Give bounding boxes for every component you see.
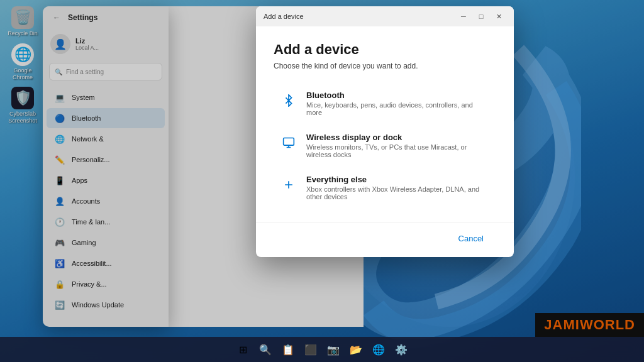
dialog-subtitle: Choose the kind of device you want to ad… (274, 62, 496, 70)
everything-else-option-title: Everything else (306, 175, 490, 184)
taskbar-start-button[interactable]: ⊞ (233, 339, 253, 359)
taskbar-edge-button[interactable]: 🌐 (369, 339, 389, 359)
wireless-display-option-desc: Wireless monitors, TVs, or PCs that use … (306, 143, 490, 158)
taskbar-taskview-button[interactable]: 📋 (278, 339, 298, 359)
bluetooth-option-title: Bluetooth (306, 90, 490, 100)
cancel-button[interactable]: Cancel (446, 230, 496, 247)
dialog-window-controls: ─ □ ✕ (456, 9, 506, 24)
svg-rect-1 (284, 138, 294, 146)
dialog-footer: Cancel (256, 222, 514, 257)
everything-else-option-icon (280, 176, 297, 194)
wireless-display-option-title: Wireless display or dock (306, 133, 490, 142)
bluetooth-option-content: Bluetooth Mice, keyboards, pens, audio d… (306, 90, 490, 116)
bluetooth-option-desc: Mice, keyboards, pens, audio devices, co… (306, 101, 490, 116)
taskbar-settings-button[interactable]: ⚙️ (391, 339, 411, 359)
dialog-heading: Add a device (274, 41, 496, 58)
dialog-titlebar-text: Add a device (264, 13, 304, 20)
bluetooth-option-icon (280, 92, 297, 109)
dialog-close-button[interactable]: ✕ (491, 9, 506, 24)
bluetooth-device-option[interactable]: Bluetooth Mice, keyboards, pens, audio d… (274, 83, 496, 124)
dialog-body: Add a device Choose the kind of device y… (256, 26, 514, 222)
dialog-minimize-button[interactable]: ─ (456, 9, 471, 24)
taskbar-teams-button[interactable]: 📷 (323, 339, 343, 359)
taskbar-explorer-button[interactable]: 📂 (346, 339, 366, 359)
wireless-display-option-icon (280, 134, 297, 151)
taskbar-widgets-button[interactable]: ⬛ (301, 339, 321, 359)
dialog-overlay: Add a device ─ □ ✕ Add a device Choose t… (0, 0, 644, 337)
add-device-dialog: Add a device ─ □ ✕ Add a device Choose t… (256, 6, 514, 257)
wireless-display-option-content: Wireless display or dock Wireless monito… (306, 133, 490, 158)
everything-else-option-desc: Xbox controllers with Xbox Wireless Adap… (306, 185, 490, 200)
everything-else-device-option[interactable]: Everything else Xbox controllers with Xb… (274, 167, 496, 208)
taskbar: ⊞ 🔍 📋 ⬛ 📷 📂 🌐 ⚙️ (0, 337, 644, 362)
dialog-titlebar: Add a device ─ □ ✕ (256, 6, 514, 26)
taskbar-search-button[interactable]: 🔍 (255, 339, 275, 359)
wireless-display-device-option[interactable]: Wireless display or dock Wireless monito… (274, 125, 496, 166)
everything-else-option-content: Everything else Xbox controllers with Xb… (306, 175, 490, 200)
dialog-maximize-button[interactable]: □ (474, 9, 489, 24)
